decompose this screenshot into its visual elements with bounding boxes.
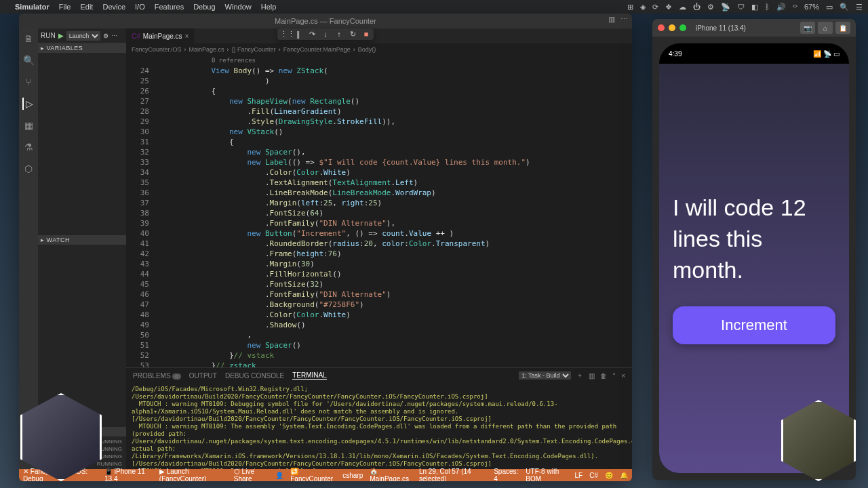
tab-debug-console[interactable]: DEBUG CONSOLE (225, 372, 284, 380)
status-icon[interactable]: ❖ (665, 3, 672, 12)
status-item[interactable]: 🔁 FancyCounter (290, 468, 336, 481)
status-icon[interactable]: ◧ (751, 3, 758, 12)
debug-drag-icon[interactable]: ⋮⋮ (280, 30, 290, 39)
debug-pause-icon[interactable]: ‖ (294, 30, 303, 39)
status-icon[interactable]: ⊞ (627, 3, 633, 12)
zoom-traffic-light[interactable] (679, 24, 686, 31)
minimize-traffic-light[interactable] (669, 24, 675, 31)
status-icon[interactable]: 📡 (721, 3, 730, 12)
new-terminal-icon[interactable]: ＋ (576, 371, 583, 380)
run-debug-icon[interactable]: ▷ (22, 98, 35, 110)
status-item[interactable]: 🔔 (620, 472, 628, 479)
phone-time: 4:39 (669, 50, 682, 58)
gear-icon[interactable]: ⚙ (103, 33, 108, 39)
simulator-titlebar: iPhone 11 (13.4) 📷 ⌂ 📋 (652, 19, 856, 37)
editor-tab-bar: C# MainPage.cs × (126, 28, 632, 43)
explorer-icon[interactable]: 🗎 (22, 33, 35, 45)
status-icon[interactable]: ⟳ (652, 3, 658, 12)
more-icon[interactable]: ⋯ (620, 15, 628, 24)
split-editor-icon[interactable]: ▥ (608, 15, 615, 24)
status-item[interactable]: 😊 (605, 472, 613, 479)
status-icon[interactable]: ⚙ (707, 3, 714, 12)
debug-stop-icon[interactable]: ■ (361, 30, 371, 39)
terminal-output[interactable]: /Debug/iOS/Facades/Microsoft.Win32.Regis… (126, 383, 632, 469)
status-item[interactable]: ⬡ Live Share (234, 468, 269, 481)
close-tab-icon[interactable]: × (185, 33, 189, 40)
tab-label: MainPage.cs (143, 33, 182, 40)
status-item[interactable]: csharp (342, 472, 363, 479)
debug-restart-icon[interactable]: ↻ (348, 30, 357, 39)
tab-problems[interactable]: PROBLEMS 0 (133, 372, 181, 380)
menu-window[interactable]: Window (225, 3, 252, 11)
battery-percent: 67% (804, 3, 819, 11)
home-button[interactable]: ⌂ (818, 22, 833, 34)
panel-tab-bar: PROBLEMS 0 OUTPUT DEBUG CONSOLE TERMINAL… (126, 368, 632, 383)
status-item[interactable]: C# (589, 472, 598, 479)
menu-features[interactable]: Features (155, 3, 184, 11)
terminal-select[interactable]: 1: Task - Build (519, 371, 571, 380)
status-item[interactable]: Ln 29, Col 57 (14 selected) (419, 468, 487, 481)
close-panel-icon[interactable]: × (621, 372, 625, 380)
launch-config-select[interactable]: Launch (66, 31, 100, 41)
volume-icon[interactable]: 🔊 (776, 3, 786, 12)
breadcrumb[interactable]: FancyCounter.iOS› MainPage.cs› {} FancyC… (126, 43, 632, 56)
editor-tab[interactable]: C# MainPage.cs × (126, 28, 195, 43)
rotate-button[interactable]: 📋 (835, 22, 850, 34)
variables-section[interactable]: ▸ VARIABLES (38, 43, 126, 53)
status-item[interactable]: LF (575, 472, 583, 479)
tab-output[interactable]: OUTPUT (189, 372, 217, 380)
start-debug-icon[interactable]: ▶ (58, 32, 64, 39)
maximize-panel-icon[interactable]: ˄ (612, 372, 616, 380)
search-icon[interactable]: 🔍 (22, 54, 35, 66)
menu-debug[interactable]: Debug (193, 3, 215, 11)
activity-bar: 🗎 🔍 ⑂ ▷ ▦ ⚗ ⬡ (19, 28, 38, 469)
status-item[interactable]: Spaces: 4 (494, 468, 519, 481)
debug-stepin-icon[interactable]: ↓ (321, 30, 330, 39)
code-editor[interactable]: 2425262728293031323334353637383940414243… (126, 56, 632, 367)
status-icon[interactable]: ◈ (640, 3, 646, 12)
app-name[interactable]: Simulator (15, 3, 50, 11)
control-center-icon[interactable]: ☰ (856, 3, 863, 12)
watch-section[interactable]: ▸ WATCH (38, 235, 126, 245)
counter-label: I will code 12 lines this month. (673, 192, 835, 286)
menu-help[interactable]: Help (261, 3, 277, 11)
extensions-icon[interactable]: ▦ (22, 119, 35, 131)
source-control-icon[interactable]: ⑂ (22, 76, 35, 88)
menu-io[interactable]: I/O (135, 3, 145, 11)
editor-area: C# MainPage.cs × FancyCounter.iOS› MainP… (126, 28, 632, 469)
run-label: RUN (41, 32, 56, 39)
phone-status-icons: 📶 📡 ▭ (813, 50, 840, 58)
status-item[interactable]: UTF-8 with BOM (526, 468, 568, 481)
vscode-title-text: MainPage.cs — FancyCounter (275, 17, 376, 25)
status-item[interactable]: 🏠 MainPage.cs (370, 468, 412, 481)
menu-edit[interactable]: Edit (80, 3, 93, 11)
ellipsis-icon[interactable]: ⋯ (111, 33, 117, 39)
screenshot-button[interactable]: 📷 (800, 22, 815, 34)
bluetooth-icon[interactable]: ᛒ (765, 3, 770, 11)
status-icon[interactable]: ⏻ (693, 3, 701, 11)
status-item[interactable]: ▶ Launch (FancyCounter) (159, 468, 227, 481)
status-icon[interactable]: ☁ (679, 3, 686, 12)
status-item[interactable]: 📱 iPhone 11 13.4 (104, 468, 153, 481)
spotlight-icon[interactable]: 🔍 (840, 3, 849, 12)
phone-status-bar: 4:39 📶 📡 ▭ (659, 43, 849, 64)
tab-terminal[interactable]: TERMINAL (292, 371, 327, 380)
vscode-titlebar: MainPage.cs — FancyCounter ⋮⋮ ‖ ↷ ↓ ↑ ↻ … (19, 14, 632, 28)
remote-icon[interactable]: ⬡ (22, 163, 35, 175)
close-traffic-light[interactable] (658, 24, 665, 31)
wifi-icon[interactable]: ⌔ (793, 3, 797, 11)
trash-icon[interactable]: 🗑 (600, 372, 607, 380)
increment-button[interactable]: Increment (673, 306, 835, 344)
menu-device[interactable]: Device (102, 3, 125, 11)
split-terminal-icon[interactable]: ▥ (589, 372, 595, 380)
menu-file[interactable]: File (59, 3, 71, 11)
macos-menubar: Simulator File Edit Device I/O Features … (0, 0, 868, 14)
status-item[interactable]: 👤 (275, 472, 283, 479)
bottom-panel: PROBLEMS 0 OUTPUT DEBUG CONSOLE TERMINAL… (126, 367, 632, 469)
debug-stepout-icon[interactable]: ↑ (334, 30, 344, 39)
debug-stepover-icon[interactable]: ↷ (307, 30, 317, 39)
status-icon[interactable]: 🛡 (737, 3, 745, 11)
simulator-title: iPhone 11 (13.4) (690, 24, 796, 32)
test-icon[interactable]: ⚗ (22, 141, 35, 153)
status-bar: ✕ FancyCounter.iOS: Debug📱 iPhone 11 13.… (19, 469, 632, 481)
